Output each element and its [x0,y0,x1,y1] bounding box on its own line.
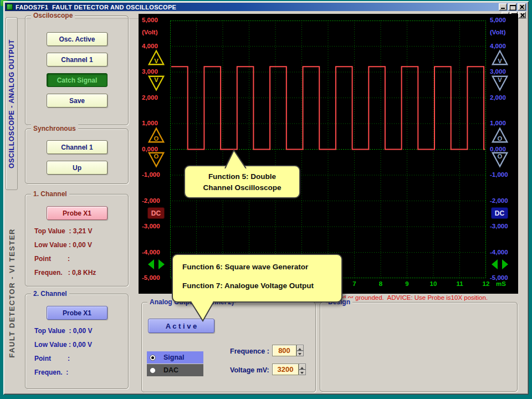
time-tick-label: 11 [456,280,463,287]
y-axis-label: 2,000 [490,94,506,101]
left-volt-unit: (Volt) [142,29,158,35]
y-axis-label: -1,000 [490,171,508,178]
channel2-group-title: 2. Channel [31,290,69,298]
left-arrow-icon [148,259,154,269]
tab-oscilloscope-analog-output[interactable]: OSCILLOSCOPE - ANALOG OUTPUT [6,17,18,190]
y-axis-label: 4,000 [490,43,506,49]
design-group: Design [320,302,518,392]
channel2-low-value: Low Value : 0,00 V [34,341,92,349]
offset-letter: O [154,135,159,142]
frequency-up-button[interactable] [296,345,304,351]
voltage-label: Voltage mV: [230,366,269,374]
callout1-line1: Function 5: Double [185,171,299,182]
scope-plot-area[interactable] [170,21,486,278]
voltage-down-button[interactable] [299,370,306,376]
volt-letter: V [154,76,158,83]
right-arrow-icon [158,259,165,269]
channel2-frequency: Frequen. : [34,369,68,376]
y-axis-label: -4,000 [142,249,160,255]
time-tick-label: 9 [405,280,408,287]
callout2-line1: Function 6: Square wave Generator [182,262,341,273]
frequency-input[interactable]: 800 [272,345,296,356]
dac-radio-row[interactable]: DAC [147,364,203,376]
ch1-volt-down-button[interactable]: V [147,74,165,92]
ch1-timebase-arrows[interactable] [147,258,166,270]
channel1-frequency: Frequen. : 0,8 KHz [34,269,96,277]
ch2-offset-down-button[interactable]: O [491,151,509,168]
oscilloscope-display: 5,0004,0003,0002,0001,0000,000-1,000-2,0… [139,14,518,294]
waveform-trace [171,66,485,149]
ch1-dc-coupling-badge[interactable]: DC [147,207,165,219]
dac-radio[interactable] [150,367,156,374]
signal-radio-label: Signal [163,354,185,361]
ch2-offset-up-button[interactable]: O [491,126,509,144]
ch2-volt-down-button[interactable]: V [491,74,509,92]
callout-function5: Function 5: Double Channel Oscilloscope [184,165,300,198]
probe-advice-warning: d or grounded. ADVICE: Use Probe is10X p… [342,294,488,301]
right-volt-unit: (Volt) [490,29,506,35]
frequency-stepper [296,345,304,356]
osc-channel1-button[interactable]: Channel 1 [47,53,108,66]
screen: FADOS7F1 FAULT DETECTOR AND OSCILLOSCOPE… [0,0,532,399]
y-axis-label: -1,000 [142,171,160,178]
callout-function6-7: Function 6: Square wave Generator Functi… [172,254,342,303]
tab-fault-detector-label: FAULT DETECTOR - VI TESTER [8,228,16,358]
channel1-low-value: Low Value : 0,00 V [34,241,92,249]
y-axis-label: -2,000 [142,197,160,204]
y-axis-label: -3,000 [490,223,508,229]
frequency-down-button[interactable] [296,351,304,357]
channel2-top-value: Top Value : 0,00 V [34,327,92,335]
save-button[interactable]: Save [47,94,108,108]
callout2-tail [185,300,219,323]
channel2-probe-button[interactable]: Probe X1 [47,306,108,320]
sync-up-button[interactable]: Up [47,161,108,175]
signal-radio[interactable] [150,355,156,361]
ch2-timebase-arrows[interactable] [490,258,509,270]
volt-letter: V [154,58,158,64]
ch1-volt-up-button[interactable]: V [147,49,165,66]
time-tick-label: 12 [483,280,490,287]
callout2-line2: Function 7: Analogue Voltage Output [182,280,341,291]
tab-fault-detector-vi-tester[interactable]: FAULT DETECTOR - VI TESTER [6,193,18,393]
frequency-label: Frequence : [230,347,269,355]
window-title: FADOS7F1 FAULT DETECTOR AND OSCILLOSCOPE [16,4,176,11]
catch-signal-button[interactable]: Catch Signal [47,73,108,87]
y-axis-label: 1,000 [490,120,506,126]
time-tick-label: 7 [352,280,356,287]
title-bar[interactable]: FADOS7F1 FAULT DETECTOR AND OSCILLOSCOPE [5,3,527,11]
osc-active-button[interactable]: Osc. Active [47,32,108,46]
time-unit-label: mS [496,280,506,287]
channel1-top-value: Top Value : 3,21 V [34,227,92,235]
voltage-input[interactable]: 3200 [272,364,299,375]
y-axis-label: -2,000 [490,197,508,204]
y-axis-label: -5,000 [142,274,160,281]
tab-oscilloscope-label: OSCILLOSCOPE - ANALOG OUTPUT [8,39,16,168]
channel1-group-title: 1. Channel [31,190,69,198]
y-axis-label: 5,000 [490,17,506,23]
ch1-offset-down-button[interactable]: O [147,151,165,168]
close-button[interactable] [518,3,526,11]
child-close-button[interactable] [518,12,526,18]
ch1-offset-up-button[interactable]: O [147,126,165,144]
channel1-probe-button[interactable]: Probe X1 [47,206,108,220]
minimize-button[interactable] [499,3,507,11]
volt-letter: V [498,58,502,64]
time-tick-label: 8 [379,280,382,287]
y-axis-label: 1,000 [142,120,158,126]
time-tick-label: 10 [430,280,437,287]
oscilloscope-group-title: Osciloscope [31,12,75,19]
channel2-point: Point : [34,355,70,362]
ch2-volt-up-button[interactable]: V [491,49,509,66]
voltage-stepper [299,364,306,375]
channel1-point: Point : [34,255,70,263]
sync-channel1-button[interactable]: Channel 1 [47,140,108,154]
y-axis-label: 2,000 [142,94,158,101]
y-axis-label: 4,000 [142,43,158,49]
offset-letter: O [498,153,503,160]
ch2-dc-coupling-badge[interactable]: DC [491,207,508,219]
maximize-button[interactable] [508,3,516,11]
app-icon [7,4,13,10]
voltage-up-button[interactable] [299,364,306,370]
signal-radio-row[interactable]: Signal [147,351,203,364]
right-arrow-icon [502,259,508,269]
